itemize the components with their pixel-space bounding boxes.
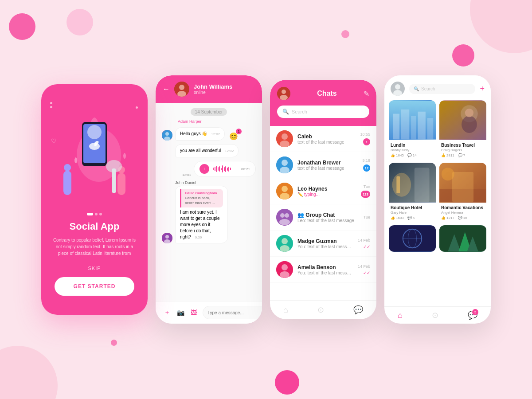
chat-item-leo[interactable]: Leo Haynes ✏️ typing... Tue 123 — [270, 178, 376, 204]
comments-count-vacation: 16 — [463, 216, 467, 220]
chat-item-amelia[interactable]: Amelia Benson You: text of the last mess… — [270, 257, 376, 283]
message-row-1: Hello guys 👋 12:02 😊 1 — [162, 127, 256, 141]
wb5 — [219, 166, 220, 172]
message-input[interactable] — [203, 306, 262, 319]
card-stats-hotel: 👍 1603 💬 6 — [391, 216, 434, 220]
wb7 — [222, 165, 223, 172]
card-info-business: Business Travel Craig Rogers 👍 2811 💬 7 — [439, 140, 486, 159]
svg-point-57 — [392, 173, 411, 197]
chats-header: Chats ✎ 🔍 Search — [270, 80, 376, 126]
chat-preview-amelia: You: text of the last message — [297, 270, 353, 275]
chat-preview-jonathan: text of the last message — [297, 166, 358, 171]
svg-point-6 — [64, 164, 71, 171]
msg-avatar-1 — [162, 130, 172, 141]
likes-count-vacation: 1217 — [446, 216, 454, 220]
chat-info-madge: Madge Guzman You: text of the last messa… — [297, 238, 353, 249]
svg-point-37 — [282, 238, 288, 244]
chat-nav-icon[interactable]: 💬 — [353, 305, 363, 315]
message-sender-label-1: Adam Harper — [162, 119, 256, 124]
card-lundin[interactable]: Lundin Bobby Kelly 👍 1645 💬 14 — [389, 100, 436, 159]
edit-icon[interactable]: ✎ — [364, 90, 369, 98]
bg-circle-3 — [341, 30, 349, 38]
vacation-svg — [439, 163, 486, 203]
home-nav-icon-s4[interactable]: ⌂ — [398, 311, 403, 320]
unread-badge-caleb: 1 — [363, 138, 370, 145]
dot-2 — [50, 106, 52, 108]
unread-badge-leo: 123 — [361, 191, 370, 198]
card-info-hotel: Boutique Hotel Gary Hale 👍 1603 💬 6 — [389, 203, 436, 222]
camera-button[interactable]: 📷 — [175, 307, 186, 318]
image-button[interactable]: 🖼 — [188, 307, 199, 318]
bottom-nav-discovery: ⌂ ⊙ 💬 5 — [384, 306, 491, 324]
add-button-discovery[interactable]: + — [480, 84, 485, 94]
card-author-business: Craig Rogers — [441, 148, 485, 152]
card-stats-vacation: 👍 1217 💬 16 — [441, 216, 485, 220]
chat-meta-group: Tue — [364, 215, 370, 219]
message-bubble-john: Hallie Cunningham Cancun is back, better… — [175, 186, 228, 243]
card-img-hotel — [389, 163, 436, 203]
svg-point-35 — [279, 219, 290, 225]
wb8 — [224, 167, 225, 171]
get-started-label: GET STARTED — [74, 283, 116, 289]
svg-point-15 — [165, 132, 169, 136]
card-author-vacation: Angel Herrera — [441, 211, 485, 215]
audio-duration: 00:21 — [241, 167, 250, 171]
onboarding-illustration — [55, 98, 134, 204]
wb1 — [213, 168, 214, 170]
back-button[interactable]: ← — [163, 85, 170, 93]
home-nav-icon[interactable]: ⌂ — [283, 305, 288, 315]
chat-item-caleb[interactable]: Caleb text of the last message 10:55 1 — [270, 126, 376, 152]
decorative-dots — [50, 102, 52, 110]
chat-item-madge[interactable]: Madge Guzman You: text of the last messa… — [270, 231, 376, 257]
chat-time-leo: Tue — [364, 184, 370, 189]
msg-text-1: Hello guys 👋 — [180, 131, 207, 136]
discovery-search-bar[interactable]: 🔍 Search — [409, 84, 475, 94]
chat-info-group: 👥 Group Chat Leo: text of the last messa… — [297, 212, 359, 223]
comments-count-business: 7 — [463, 153, 465, 157]
card-title-vacation: Romantic Vacations — [441, 205, 485, 211]
card-boutique-hotel[interactable]: Boutique Hotel Gary Hale 👍 1603 💬 6 — [389, 163, 436, 222]
chat-username: John Williams — [194, 83, 255, 90]
play-button[interactable]: ⏸ — [200, 164, 209, 174]
chat-item-jonathan[interactable]: Jonathan Brewer text of the last message… — [270, 152, 376, 178]
get-started-button[interactable]: GET STARTED — [55, 277, 134, 296]
couple-svg — [439, 100, 486, 140]
bg-circle-1 — [9, 13, 35, 40]
svg-point-54 — [465, 109, 473, 117]
search-nav-icon[interactable]: ⊙ — [317, 305, 324, 315]
forest-svg — [439, 225, 486, 252]
msg-time-2: 12:02 — [225, 149, 234, 153]
add-button[interactable]: ＋ — [162, 307, 172, 318]
card-forest[interactable] — [439, 225, 486, 252]
card-globe[interactable] — [389, 225, 436, 252]
stat-likes-lundin: 👍 1645 — [391, 153, 404, 157]
wb6 — [221, 168, 222, 170]
search-placeholder-text: Search — [292, 109, 307, 114]
chat-info-amelia: Amelia Benson You: text of the last mess… — [297, 264, 353, 275]
chat-avatar-leo — [276, 183, 293, 200]
cards-row-2: Boutique Hotel Gary Hale 👍 1603 💬 6 — [389, 163, 486, 222]
chat-name-amelia: Amelia Benson — [297, 264, 353, 270]
chat-item-group[interactable]: 👥 Group Chat Leo: text of the last messa… — [270, 204, 376, 231]
card-romantic-vacations[interactable]: Romantic Vacations Angel Herrera 👍 1217 … — [439, 163, 486, 222]
sender-label-john: John Daniel — [175, 180, 246, 185]
svg-rect-61 — [452, 172, 473, 202]
card-business-travel[interactable]: Business Travel Craig Rogers 👍 2811 💬 7 — [439, 100, 486, 159]
screen-chats-list: Chats ✎ 🔍 Search Caleb text of the last … — [270, 80, 376, 319]
likes-count-business: 2811 — [446, 153, 454, 157]
svg-rect-5 — [63, 171, 71, 195]
chats-header-top: Chats ✎ — [277, 87, 369, 100]
screen-chat: ← John Williams online 14 September Adam… — [156, 75, 262, 324]
svg-rect-58 — [396, 176, 400, 194]
comments-count-lundin: 14 — [413, 153, 417, 157]
search-nav-icon-s4[interactable]: ⊙ — [432, 310, 438, 320]
chat-time-group: Tue — [364, 215, 370, 219]
globe-svg — [389, 225, 436, 252]
skip-button[interactable]: SKIP — [88, 266, 101, 271]
svg-point-33 — [280, 213, 285, 218]
avatar-svg-s3 — [277, 87, 290, 100]
dot-inactive-2 — [99, 213, 102, 215]
audio-message: ⏸ — [194, 161, 256, 177]
chats-search-bar[interactable]: 🔍 Search — [277, 106, 369, 118]
svg-point-40 — [282, 264, 288, 270]
